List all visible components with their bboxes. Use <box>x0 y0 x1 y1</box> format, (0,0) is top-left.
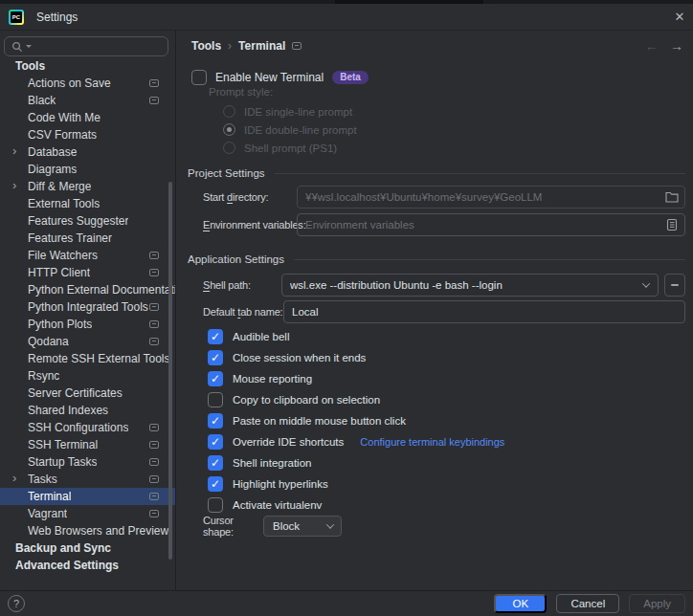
sidebar-item-features-suggester[interactable]: Features Suggester <box>0 212 175 230</box>
shell-path-dropdown-button[interactable] <box>635 275 658 296</box>
breadcrumb-tools[interactable]: Tools <box>191 39 221 53</box>
project-override-icon <box>149 320 159 328</box>
option-audible-bell: Audible bell <box>208 326 685 347</box>
search-history-caret-icon[interactable] <box>26 45 32 48</box>
option-mouse-reporting: Mouse reporting <box>208 368 685 389</box>
cursor-shape-label: Cursor shape: <box>203 515 263 538</box>
cancel-button[interactable]: Cancel <box>556 594 619 613</box>
sidebar-item-shared-indexes[interactable]: Shared Indexes <box>0 402 175 419</box>
sidebar-item-label: Tasks <box>28 473 57 486</box>
sidebar-item-ssh-terminal[interactable]: SSH Terminal <box>0 436 175 453</box>
sidebar-item-external-tools[interactable]: External Tools <box>0 195 175 212</box>
sidebar-item-label: CSV Formats <box>28 128 97 142</box>
close-session-when-it-ends-checkbox[interactable] <box>208 350 223 365</box>
sidebar-item-web-browsers-and-preview[interactable]: Web Browsers and Preview <box>0 522 175 539</box>
sidebar-group-tools[interactable]: Tools <box>0 60 175 75</box>
sidebar-item-server-certificates[interactable]: Server Certificates <box>0 385 175 402</box>
forward-arrow-icon[interactable]: → <box>670 38 683 54</box>
search-input[interactable] <box>34 37 168 55</box>
sidebar-item-database[interactable]: ›Database <box>0 143 175 161</box>
sidebar-item-label: Advanced Settings <box>15 559 119 572</box>
shell-path-row: Shell path: wsl.exe --distribution Ubunt… <box>203 274 685 297</box>
sidebar-item-rsync[interactable]: Rsync <box>0 367 175 385</box>
cursor-shape-row: Cursor shape: Block <box>203 516 342 537</box>
sidebar-item-file-watchers[interactable]: File Watchers <box>0 247 175 264</box>
sidebar-item-backup-and-sync[interactable]: Backup and Sync <box>0 539 175 557</box>
sidebar-item-tasks[interactable]: ›Tasks <box>0 471 175 488</box>
radio-ide-double-line-prompt[interactable]: IDE double-line prompt <box>223 121 357 139</box>
sidebar-item-terminal[interactable]: Terminal <box>0 488 175 505</box>
sidebar-item-python-external-documentation[interactable]: Python External Documentation <box>0 281 175 298</box>
apply-button[interactable]: Apply <box>629 594 685 613</box>
shell-path-label: Shell path: <box>203 279 281 291</box>
sidebar-item-startup-tasks[interactable]: Startup Tasks <box>0 453 175 471</box>
cursor-shape-dropdown[interactable]: Block <box>263 516 342 537</box>
option-label: Copy to clipboard on selection <box>233 394 380 406</box>
highlight-hyperlinks-checkbox[interactable] <box>208 476 223 492</box>
option-copy-to-clipboard-on-selection: Copy to clipboard on selection <box>208 389 685 410</box>
project-override-icon <box>292 42 302 50</box>
radio-ide-single-line-prompt[interactable]: IDE single-line prompt <box>223 102 357 121</box>
sidebar-item-label: Python Plots <box>28 318 92 331</box>
sidebar-item-label: Actions on Save <box>28 77 111 90</box>
option-label: Paste on middle mouse button click <box>233 415 406 427</box>
sidebar-item-qodana[interactable]: Qodana <box>0 333 175 350</box>
sidebar-item-python-integrated-tools[interactable]: Python Integrated Tools <box>0 298 175 316</box>
override-ide-shortcuts-checkbox[interactable] <box>208 434 223 450</box>
sidebar-item-code-with-me[interactable]: Code With Me <box>0 109 175 126</box>
radio-label: Shell prompt (PS1) <box>244 143 337 154</box>
shell-path-browse-button[interactable] <box>664 274 685 297</box>
shell-integration-checkbox[interactable] <box>208 455 223 471</box>
project-override-icon <box>149 303 159 311</box>
project-override-icon <box>149 424 159 431</box>
shell-path-combobox[interactable]: wsl.exe --distribution Ubuntu -e bash --… <box>281 274 659 297</box>
configure-terminal-keybindings-link[interactable]: Configure terminal keybindings <box>360 436 504 448</box>
paste-on-middle-mouse-button-click-checkbox[interactable] <box>208 413 223 429</box>
sidebar-item-black[interactable]: Black <box>0 92 175 109</box>
radio-button-icon[interactable] <box>223 142 235 154</box>
option-label: Activate virtualenv <box>233 499 322 511</box>
sidebar-item-remote-ssh-external-tools[interactable]: Remote SSH External Tools <box>0 350 175 367</box>
expand-chevron-icon[interactable]: › <box>12 146 16 156</box>
breadcrumb-terminal[interactable]: Terminal <box>238 39 285 53</box>
mouse-reporting-checkbox[interactable] <box>208 371 223 386</box>
expand-chevron-icon[interactable]: › <box>12 473 16 483</box>
sidebar-item-python-plots[interactable]: Python Plots <box>0 316 175 333</box>
activate-virtualenv-checkbox[interactable] <box>208 497 223 513</box>
radio-shell-prompt-ps1[interactable]: Shell prompt (PS1) <box>223 139 357 157</box>
ok-button[interactable]: OK <box>494 594 547 613</box>
help-button[interactable]: ? <box>8 595 25 612</box>
copy-to-clipboard-on-selection-checkbox[interactable] <box>208 392 223 407</box>
environment-variables-input[interactable] <box>297 213 685 236</box>
project-override-icon <box>149 79 159 87</box>
sidebar-item-advanced-settings[interactable]: Advanced Settings <box>0 557 175 574</box>
default-tab-name-input[interactable] <box>283 300 685 323</box>
expand-chevron-icon[interactable]: › <box>12 181 16 190</box>
sidebar-scrollbar[interactable] <box>168 182 172 560</box>
start-directory-input[interactable] <box>297 186 685 209</box>
option-label: Audible bell <box>233 331 289 342</box>
radio-button-icon[interactable] <box>223 123 235 136</box>
sidebar-item-features-trainer[interactable]: Features Trainer <box>0 230 175 247</box>
variables-list-icon[interactable] <box>665 218 679 231</box>
application-settings-section: Application Settings <box>188 253 685 266</box>
folder-icon[interactable] <box>665 190 679 204</box>
radio-button-icon[interactable] <box>223 105 235 118</box>
sidebar-item-ssh-configurations[interactable]: SSH Configurations <box>0 419 175 436</box>
sidebar-item-label: Vagrant <box>28 507 67 520</box>
project-override-icon <box>149 441 159 449</box>
close-icon[interactable]: ✕ <box>666 4 693 31</box>
project-override-icon <box>149 97 159 104</box>
settings-search[interactable] <box>4 36 168 56</box>
sidebar-item-http-client[interactable]: HTTP Client <box>0 264 175 281</box>
sidebar-item-vagrant[interactable]: Vagrant <box>0 505 175 522</box>
audible-bell-checkbox[interactable] <box>208 329 223 344</box>
sidebar-item-csv-formats[interactable]: CSV Formats <box>0 126 175 143</box>
sidebar-item-diff-merge[interactable]: ›Diff & Merge <box>0 178 175 195</box>
default-tab-name-label: Default tab name: <box>203 306 283 318</box>
sidebar-item-diagrams[interactable]: Diagrams <box>0 161 175 178</box>
browse-dash-icon <box>671 284 679 286</box>
sidebar-item-actions-on-save[interactable]: Actions on Save <box>0 75 175 92</box>
enable-new-terminal-checkbox[interactable] <box>191 70 207 85</box>
back-arrow-icon[interactable]: ← <box>645 38 659 54</box>
